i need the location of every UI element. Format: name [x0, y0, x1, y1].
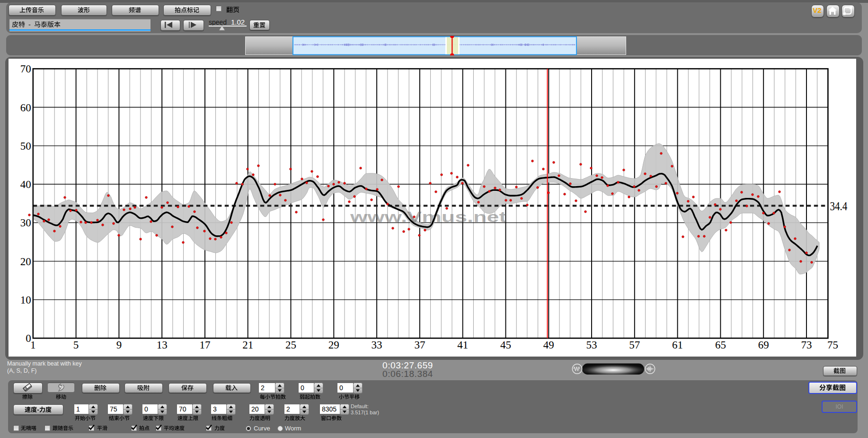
svg-text:9: 9 — [116, 339, 122, 351]
svg-text:33: 33 — [372, 339, 382, 351]
svg-text:www.Vmus.net: www.Vmus.net — [349, 209, 506, 225]
svg-text:53: 53 — [586, 339, 597, 351]
svg-text:60: 60 — [20, 102, 31, 114]
svg-text:13: 13 — [157, 339, 168, 351]
svg-text:75: 75 — [827, 339, 838, 351]
svg-text:25: 25 — [285, 339, 296, 351]
svg-text:20: 20 — [20, 256, 31, 268]
svg-text:29: 29 — [328, 339, 339, 351]
svg-text:50: 50 — [20, 140, 31, 152]
svg-text:70: 70 — [20, 63, 31, 75]
svg-text:65: 65 — [715, 339, 726, 351]
svg-text:1: 1 — [30, 339, 36, 351]
svg-text:57: 57 — [629, 339, 640, 351]
svg-text:40: 40 — [20, 179, 31, 190]
svg-text:5: 5 — [73, 339, 79, 351]
svg-text:69: 69 — [758, 339, 769, 351]
svg-text:61: 61 — [672, 339, 683, 351]
svg-text:41: 41 — [457, 339, 468, 351]
svg-text:49: 49 — [543, 339, 554, 351]
svg-text:45: 45 — [500, 339, 511, 351]
svg-text:21: 21 — [242, 339, 253, 351]
svg-text:34.4: 34.4 — [830, 200, 847, 213]
svg-text:30: 30 — [20, 217, 31, 229]
svg-text:10: 10 — [20, 294, 31, 306]
svg-text:17: 17 — [200, 339, 211, 351]
svg-text:73: 73 — [801, 339, 812, 351]
svg-text:37: 37 — [414, 339, 425, 351]
